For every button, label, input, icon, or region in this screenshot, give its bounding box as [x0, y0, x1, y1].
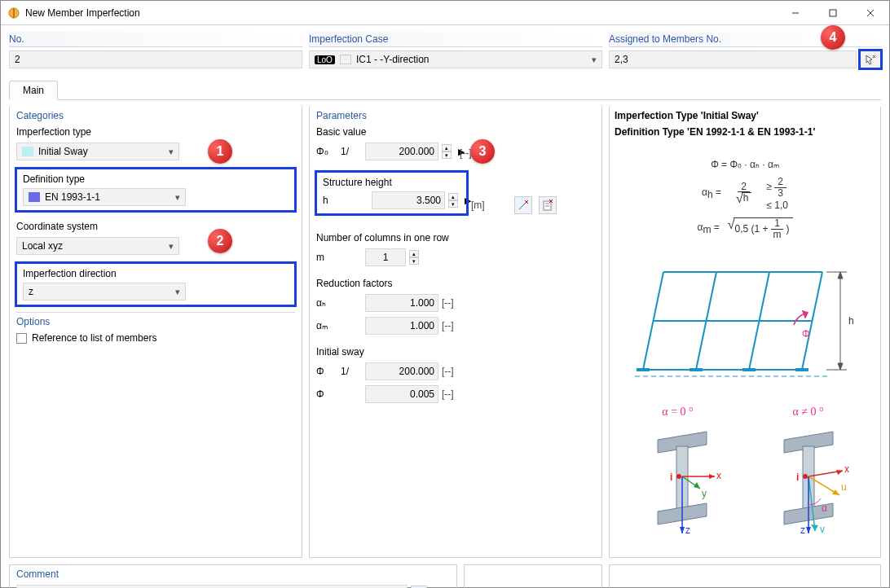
- coord-label: Coordinate system: [16, 221, 295, 232]
- h-unit: [m]: [471, 200, 485, 211]
- callout-4: 4: [821, 25, 845, 50]
- case-value: IC1 - -Y-direction: [356, 54, 430, 65]
- svg-marker-63: [806, 527, 811, 533]
- callout-1: 1: [208, 139, 232, 164]
- maximize-button[interactable]: [814, 1, 852, 25]
- tab-main[interactable]: Main: [9, 81, 58, 100]
- h-spinner[interactable]: ▴▾: [448, 193, 458, 208]
- svg-text:z: z: [685, 524, 690, 536]
- no-label: No.: [9, 32, 302, 47]
- struct-h-label: Structure height: [323, 177, 460, 188]
- alpha0-label: α = 0 °: [633, 406, 723, 419]
- callout-3: 3: [470, 139, 495, 164]
- def-type-combo[interactable]: EN 1993-1-1: [23, 188, 186, 206]
- ah-value: 1.000: [365, 294, 438, 312]
- svg-marker-46: [680, 527, 685, 533]
- info-line2: Definition Type 'EN 1992-1-1 & EN 1993-1…: [615, 126, 875, 138]
- minimize-button[interactable]: [777, 1, 814, 25]
- coord-combo[interactable]: Local xyz: [16, 237, 179, 255]
- phi-symbol: Φ: [316, 366, 337, 377]
- svg-text:u: u: [841, 481, 847, 493]
- sway-frame-diagram: Φ h: [627, 256, 863, 386]
- info-line1: Imperfection Type 'Initial Sway': [615, 110, 875, 121]
- init-sway-label: Initial sway: [316, 346, 595, 358]
- svg-text:x: x: [716, 470, 721, 481]
- pick-members-button[interactable]: [860, 50, 881, 68]
- am-unit: [--]: [442, 320, 461, 331]
- phi0-input[interactable]: 200.000: [365, 143, 438, 160]
- pick-height-button[interactable]: [514, 196, 532, 214]
- phi-prefix: 1/: [341, 366, 362, 377]
- comment-title: Comment: [16, 568, 450, 580]
- coord-value: Local xyz: [22, 240, 63, 252]
- basic-value-label: Basic value: [316, 126, 595, 138]
- imp-type-label: Imperfection type: [16, 126, 295, 138]
- svg-marker-32: [838, 363, 843, 370]
- alphan0-label: α ≠ 0 °: [760, 406, 857, 419]
- imp-type-combo[interactable]: Initial Sway: [16, 143, 179, 160]
- assigned-value[interactable]: 2,3: [609, 50, 857, 68]
- phi0-spinner[interactable]: ▴▾: [442, 144, 452, 159]
- m-input[interactable]: 1: [365, 248, 406, 266]
- section-diagrams: α = 0 ° xyzi α ≠ 0 ° xuvzαi: [615, 406, 875, 540]
- svg-text:h: h: [848, 315, 854, 327]
- h-input[interactable]: 3.500: [372, 191, 445, 209]
- svg-text:i: i: [670, 472, 672, 483]
- dir-combo[interactable]: z: [23, 283, 186, 301]
- cursor-x-icon: [865, 54, 876, 65]
- phi-val: 200.000: [365, 362, 438, 380]
- red-label: Reduction factors: [316, 278, 595, 289]
- parameters-title: Parameters: [316, 110, 595, 121]
- comment-combo[interactable]: [16, 585, 408, 588]
- svg-text:y: y: [702, 488, 707, 499]
- swatch-icon: [29, 192, 40, 202]
- formula-block: Φ = Φ₀ · αₕ · αₘ αh = 2h ≥ 23 ≤ 1,0 αm =…: [615, 159, 875, 239]
- sheet-icon: [542, 200, 553, 211]
- def-type-value: EN 1993-1-1: [45, 191, 100, 203]
- m-spinner[interactable]: ▴▾: [409, 250, 419, 265]
- phi0-prefix: 1/: [341, 146, 362, 157]
- svg-text:α: α: [822, 502, 827, 514]
- ah-symbol: αₕ: [316, 297, 337, 309]
- phi2-symbol: Φ: [316, 388, 337, 400]
- svg-text:Φ: Φ: [802, 328, 810, 340]
- svg-marker-28: [803, 311, 808, 318]
- svg-marker-57: [832, 489, 839, 495]
- imp-type-value: Initial Sway: [38, 146, 88, 157]
- case-label: Imperfection Case: [309, 32, 602, 47]
- options-title: Options: [16, 312, 295, 327]
- chevron-down-icon: [169, 146, 174, 157]
- phi2-val: 0.005: [365, 385, 438, 403]
- titlebar: New Member Imperfection: [1, 1, 889, 25]
- chevron-down-icon: [175, 191, 180, 203]
- svg-text:x: x: [844, 463, 849, 475]
- cols-label: Number of columns in one row: [316, 232, 595, 244]
- categories-title: Categories: [16, 110, 295, 121]
- ref-list-label: Reference to list of members: [32, 332, 156, 344]
- svg-rect-3: [830, 10, 836, 16]
- ah-unit: [--]: [442, 297, 461, 309]
- formula-phi: Φ = Φ₀ · αₕ · αₘ: [711, 159, 779, 170]
- close-button[interactable]: [852, 1, 889, 25]
- svg-marker-54: [836, 470, 843, 475]
- ah-upper: ≤ 1,0: [766, 200, 788, 211]
- case-badge: LoO: [315, 55, 335, 64]
- svg-rect-1: [13, 8, 15, 18]
- am-value: 1.000: [365, 317, 438, 335]
- case-combo[interactable]: LoO IC1 - -Y-direction: [309, 50, 602, 68]
- m-symbol: m: [316, 252, 337, 263]
- chevron-down-icon: [592, 54, 597, 65]
- phi2-unit: [--]: [442, 388, 461, 400]
- svg-text:z: z: [800, 524, 805, 536]
- chevron-down-icon: [175, 286, 180, 297]
- checkbox-icon[interactable]: [16, 333, 27, 344]
- library-button[interactable]: [539, 196, 557, 214]
- swatch-icon: [22, 147, 33, 156]
- pick-distance-icon: [518, 200, 529, 211]
- phi0-symbol: Φ₀: [316, 146, 337, 157]
- svg-text:v: v: [820, 524, 825, 535]
- svg-text:i: i: [796, 472, 799, 483]
- svg-point-66: [803, 474, 808, 479]
- ref-list-row[interactable]: Reference to list of members: [16, 332, 295, 344]
- def-type-label: Definition type: [23, 173, 289, 185]
